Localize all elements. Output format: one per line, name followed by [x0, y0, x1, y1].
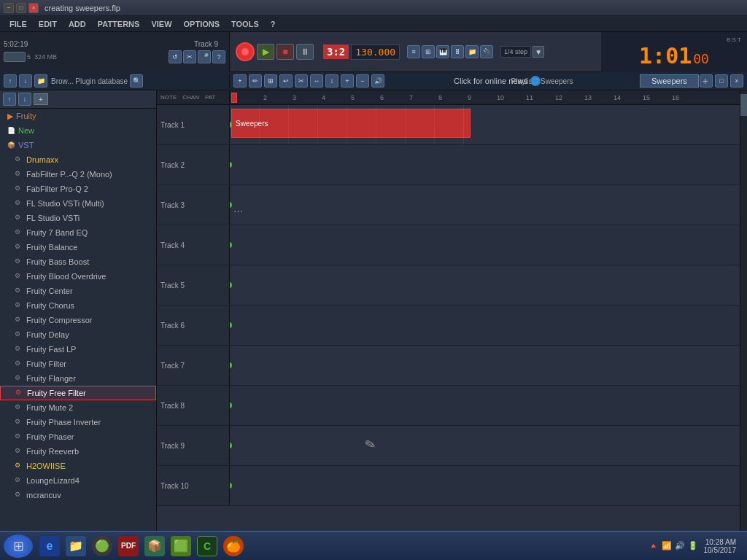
mic-icon[interactable]: 🎤	[198, 50, 211, 63]
taskbar-app-box[interactable]: 📦	[142, 534, 168, 558]
sweepers-control[interactable]: Sweepers +	[601, 74, 747, 88]
loop-icon[interactable]: ↺	[169, 50, 182, 63]
help-icon[interactable]: ?	[212, 50, 225, 63]
volume-slider[interactable]	[4, 52, 26, 62]
plugin-item-fastlp[interactable]: ⚙ Fruity Fast LP	[0, 342, 156, 357]
taskbar-app-fruity[interactable]: 🍊	[220, 534, 247, 558]
start-button[interactable]: ⊞	[4, 534, 33, 558]
track-7-content[interactable]	[230, 346, 740, 385]
plugin-item-vst[interactable]: 📦 VST	[0, 138, 156, 152]
track-6-content[interactable]	[230, 306, 740, 345]
volume-icon[interactable]: 🔊	[371, 74, 384, 88]
plugin-item-filter[interactable]: ⚙ Fruity Filter	[0, 357, 156, 371]
menu-tools[interactable]: toOLS	[225, 18, 265, 30]
plugin-item-balance[interactable]: ⚙ Fruity Balance	[0, 240, 156, 254]
track-8-content[interactable]	[230, 386, 740, 425]
plugin-item-loungelizard[interactable]: ⚙ LoungeLizard4	[0, 473, 156, 488]
plugin-item-h2owiise[interactable]: ⚙ H2OWIISE	[0, 459, 156, 473]
sweepers-button[interactable]: Sweepers	[640, 74, 699, 88]
taskbar-app-pdf[interactable]: PDF	[115, 534, 142, 558]
beat-selector[interactable]: 1/4 step	[500, 46, 531, 58]
track-10-content[interactable]	[230, 466, 740, 505]
arrow-up-icon[interactable]: ↑	[4, 74, 17, 88]
taskbar-app-ie[interactable]: e	[36, 534, 63, 558]
browser-icon[interactable]: 📁	[465, 45, 479, 58]
zoom-out-icon[interactable]: −	[356, 74, 369, 88]
scrollbar-thumb[interactable]	[740, 94, 747, 116]
plugin-item-7band[interactable]: ⚙ Fruity 7 Band EQ	[0, 225, 156, 240]
playlist-icon[interactable]: ≡	[407, 45, 420, 58]
menu-options[interactable]: OPTIONS	[178, 18, 226, 30]
sweepers-add-icon[interactable]: +	[703, 75, 708, 87]
plugin-item-phaser[interactable]: ⚙ Fruity Phaser	[0, 429, 156, 444]
track-4-content[interactable]	[230, 225, 740, 265]
plugin-item-reeverb[interactable]: ⚙ Fruity Reeverb	[0, 444, 156, 459]
window-controls[interactable]: − □ ×	[4, 3, 39, 13]
plugin-item-fl-vsti[interactable]: ⚙ FL Studio VSTi	[0, 211, 156, 225]
menu-help[interactable]: ?	[265, 18, 282, 30]
scissors-icon[interactable]: ✂	[295, 74, 308, 88]
track-2-content[interactable]	[230, 145, 740, 184]
plugin-item-flanger[interactable]: ⚙ Fruity Flanger	[0, 371, 156, 386]
plugin-item-phaseinv[interactable]: ⚙ Fruity Phase Inverter	[0, 415, 156, 429]
plugin-item-compressor[interactable]: ⚙ Fruity Compressor	[0, 313, 156, 327]
folder-icon[interactable]: 📁	[34, 74, 47, 88]
record-button[interactable]	[236, 42, 255, 61]
track-3-content[interactable]: ···	[230, 185, 740, 225]
playlist-add-icon[interactable]: +	[233, 74, 247, 88]
add-plugin-icon[interactable]: +	[34, 93, 48, 105]
plugin-item-mute2[interactable]: ⚙ Fruity Mute 2	[0, 400, 156, 415]
plugin-item-drumaxx[interactable]: ⚙ Drumaxx	[0, 152, 156, 167]
arrow-down-icon[interactable]: ↓	[19, 74, 32, 88]
close-button[interactable]: ×	[28, 3, 39, 13]
maximize-button[interactable]: □	[16, 3, 26, 13]
taskbar-app-explorer[interactable]: 📁	[63, 534, 89, 558]
nav-down-icon[interactable]: ↓	[18, 93, 31, 106]
plugin-item-blood[interactable]: ⚙ Fruity Blood Overdrive	[0, 269, 156, 284]
nav-up-icon[interactable]: ↑	[3, 93, 16, 106]
plugin-icon[interactable]: 🔌	[480, 45, 493, 58]
time-signature[interactable]: 3:2	[323, 44, 349, 59]
beat-down[interactable]: ▼	[533, 46, 544, 58]
zoom-in-icon[interactable]: +	[341, 74, 354, 88]
menu-edit[interactable]: EDIT	[33, 18, 63, 30]
undo-icon[interactable]: ↩	[279, 74, 293, 88]
plugin-item-delay[interactable]: ⚙ Fruity Delay	[0, 327, 156, 342]
pause-button[interactable]: ⏸	[296, 44, 314, 60]
plugin-item-center[interactable]: ⚙ Fruity Center	[0, 284, 156, 298]
track-5-content[interactable]	[230, 265, 740, 305]
minimize-button[interactable]: −	[4, 3, 14, 13]
vertical-scrollbar[interactable]	[740, 90, 747, 531]
plugin-item-fabfilter-pro[interactable]: ⚙ FabFilter Pro-Q 2	[0, 182, 156, 196]
taskbar-app-chrome[interactable]: 🟢	[89, 534, 115, 558]
plugin-item-fabfilter-mono[interactable]: ⚙ FabFilter P..-Q 2 (Mono)	[0, 167, 156, 182]
plugin-item-fl-vsti-multi[interactable]: ⚙ FL Studio VSTi (Multi)	[0, 196, 156, 211]
step-seq-icon[interactable]: ⊞	[422, 45, 435, 58]
plugin-item-mcrancuv[interactable]: ⚙ mcrancuv	[0, 488, 156, 502]
flip-v-icon[interactable]: ↕	[325, 74, 338, 88]
menu-add[interactable]: ADD	[63, 18, 92, 30]
plugin-folder-fruity[interactable]: ▶ Fruity	[0, 109, 156, 123]
flip-h-icon[interactable]: ↔	[310, 74, 323, 88]
grid-icon[interactable]: ⊞	[264, 74, 277, 88]
search-icon[interactable]: 🔍	[130, 74, 143, 88]
piano-icon[interactable]: 🎹	[436, 45, 449, 58]
track-9-content[interactable]: ✏	[230, 426, 740, 465]
menu-patterns[interactable]: PATTERNs	[92, 18, 146, 30]
menu-view[interactable]: VIEW	[145, 18, 177, 30]
news-bar[interactable]: Click for online news 🌐	[448, 76, 601, 86]
bpm-display[interactable]: 130.000	[351, 44, 400, 60]
tracks-scroll-area[interactable]: Track 1 Sweepers	[157, 105, 740, 531]
plugin-item-new[interactable]: 📄 New	[0, 123, 156, 138]
plugin-item-bassboost[interactable]: ⚙ Fruity Bass Boost	[0, 254, 156, 269]
mixer-icon[interactable]: 🎚	[451, 45, 464, 58]
taskbar-app-fl[interactable]: 🟩	[168, 534, 194, 558]
menu-file[interactable]: FILE	[4, 18, 33, 30]
plugin-item-chorus[interactable]: ⚙ Fruity Chorus	[0, 298, 156, 313]
stop-button[interactable]: ■	[276, 44, 294, 60]
play-button[interactable]: ▶	[257, 44, 274, 60]
pencil-icon[interactable]: ✏	[249, 74, 262, 88]
cut-icon[interactable]: ✂	[183, 50, 196, 63]
taskbar-app-c[interactable]: C	[194, 534, 220, 558]
plugin-item-freefilter[interactable]: ⚙ Fruity Free Filter	[0, 386, 156, 400]
